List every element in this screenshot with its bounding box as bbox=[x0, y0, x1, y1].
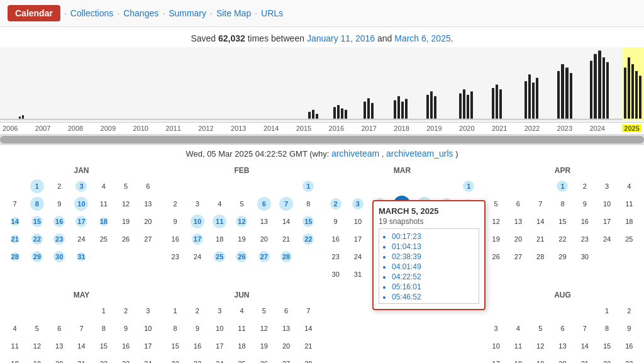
calendar-day[interactable]: 12 bbox=[29, 338, 45, 354]
calendar-day[interactable]: 22 bbox=[167, 355, 184, 363]
calendar-day[interactable]: 28 bbox=[7, 249, 23, 265]
calendar-day[interactable]: 25 bbox=[96, 231, 112, 247]
year-2017[interactable]: 2017 bbox=[361, 125, 376, 132]
calendar-day[interactable]: 24 bbox=[211, 355, 228, 363]
calendar-day[interactable]: 4 bbox=[96, 178, 112, 194]
nav-sitemap[interactable]: Site Map bbox=[216, 8, 251, 18]
calendar-day[interactable]: 10 bbox=[189, 213, 206, 230]
timeline-scrollbar[interactable] bbox=[0, 135, 644, 145]
calendar-day[interactable]: 8 bbox=[167, 320, 184, 337]
calendar-day[interactable]: 31 bbox=[350, 266, 366, 282]
calendar-day[interactable]: 2 bbox=[621, 303, 637, 319]
calendar-day[interactable]: 13 bbox=[51, 338, 67, 354]
calendar-day[interactable]: 9 bbox=[51, 196, 67, 212]
calendar-day[interactable]: 30 bbox=[328, 266, 344, 282]
calendar-day[interactable]: 3 bbox=[488, 320, 504, 337]
year-2025[interactable]: 2025 bbox=[622, 125, 641, 132]
calendar-day[interactable]: 24 bbox=[140, 355, 156, 363]
calendar-day[interactable]: 17 bbox=[599, 213, 615, 230]
calendar-day[interactable]: 3 bbox=[140, 303, 156, 319]
calendar-day[interactable]: 17 bbox=[488, 355, 504, 363]
calendar-day[interactable]: 6 bbox=[554, 320, 570, 337]
calendar-day[interactable]: 24 bbox=[599, 231, 615, 247]
calendar-day[interactable]: 8 bbox=[599, 320, 615, 337]
calendar-day[interactable]: 14 bbox=[532, 213, 548, 230]
calendar-day[interactable]: 1 bbox=[96, 303, 112, 319]
calendar-day[interactable]: 6 bbox=[51, 320, 67, 337]
year-2020[interactable]: 2020 bbox=[459, 125, 474, 132]
calendar-day[interactable]: 13 bbox=[140, 196, 156, 212]
calendar-day[interactable]: 4 bbox=[233, 303, 250, 319]
snapshot-time[interactable]: 05:46:52 bbox=[392, 292, 476, 302]
calendar-day[interactable]: 22 bbox=[96, 355, 112, 363]
calendar-day[interactable]: 9 bbox=[189, 320, 206, 337]
calendar-day[interactable]: 19 bbox=[256, 338, 272, 354]
calendar-day[interactable]: 25 bbox=[621, 231, 637, 247]
calendar-day[interactable]: 4 bbox=[211, 196, 228, 212]
calendar-day[interactable]: 23 bbox=[167, 249, 184, 265]
calendar-day[interactable]: 18 bbox=[510, 355, 526, 363]
calendar-day[interactable]: 14 bbox=[577, 338, 593, 354]
snapshot-time[interactable]: 00:17:23 bbox=[392, 232, 476, 242]
calendar-day[interactable]: 19 bbox=[118, 213, 134, 230]
histogram[interactable] bbox=[0, 47, 644, 123]
calendar-day[interactable]: 11 bbox=[233, 320, 250, 337]
calendar-day[interactable]: 13 bbox=[256, 213, 272, 230]
calendar-day[interactable]: 29 bbox=[554, 249, 570, 265]
saved-date2[interactable]: March 6, 2025 bbox=[394, 33, 451, 43]
calendar-day[interactable]: 25 bbox=[211, 249, 228, 265]
calendar-day[interactable]: 2 bbox=[118, 303, 134, 319]
calendar-day[interactable]: 20 bbox=[256, 231, 272, 247]
year-2007[interactable]: 2007 bbox=[35, 125, 50, 132]
calendar-day[interactable]: 23 bbox=[189, 355, 206, 363]
calendar-day[interactable]: 31 bbox=[73, 249, 89, 265]
calendar-day[interactable]: 5 bbox=[256, 303, 272, 319]
year-2012[interactable]: 2012 bbox=[198, 125, 213, 132]
calendar-day[interactable]: 12 bbox=[118, 196, 134, 212]
calendar-day[interactable]: 5 bbox=[488, 196, 504, 212]
calendar-day[interactable]: 14 bbox=[7, 213, 23, 230]
calendar-day[interactable]: 5 bbox=[532, 320, 548, 337]
year-2008[interactable]: 2008 bbox=[68, 125, 83, 132]
calendar-day[interactable]: 28 bbox=[532, 249, 548, 265]
calendar-day[interactable]: 5 bbox=[29, 320, 45, 337]
calendar-day[interactable]: 15 bbox=[300, 213, 316, 230]
scrollbar-thumb[interactable] bbox=[0, 136, 644, 143]
year-2011[interactable]: 2011 bbox=[165, 125, 180, 132]
calendar-day[interactable]: 15 bbox=[29, 213, 45, 230]
calendar-day[interactable]: 1 bbox=[29, 178, 45, 194]
calendar-day[interactable]: 20 bbox=[278, 338, 294, 354]
calendar-day[interactable]: 14 bbox=[73, 338, 89, 354]
calendar-day[interactable]: 2 bbox=[577, 178, 593, 194]
calendar-day[interactable]: 25 bbox=[233, 355, 250, 363]
nav-summary[interactable]: Summary bbox=[169, 8, 206, 18]
year-2013[interactable]: 2013 bbox=[231, 125, 246, 132]
calendar-day[interactable]: 1 bbox=[167, 303, 184, 319]
calendar-day[interactable]: 20 bbox=[554, 355, 570, 363]
calendar-day[interactable]: 17 bbox=[73, 213, 89, 230]
calendar-day[interactable]: 5 bbox=[233, 196, 250, 212]
calendar-day[interactable]: 10 bbox=[599, 196, 615, 212]
calendar-day[interactable]: 2 bbox=[189, 303, 206, 319]
snapshot-time[interactable]: 04:22:52 bbox=[392, 272, 476, 282]
calendar-day[interactable]: 2 bbox=[328, 196, 344, 212]
calendar-day[interactable]: 8 bbox=[29, 196, 45, 212]
calendar-day[interactable]: 16 bbox=[118, 338, 134, 354]
calendar-day[interactable]: 13 bbox=[554, 338, 570, 354]
calendar-day[interactable]: 19 bbox=[233, 231, 250, 247]
calendar-day[interactable]: 16 bbox=[51, 213, 67, 230]
calendar-day[interactable]: 12 bbox=[256, 320, 272, 337]
calendar-day[interactable]: 9 bbox=[621, 320, 637, 337]
calendar-day[interactable]: 3 bbox=[189, 196, 206, 212]
year-2009[interactable]: 2009 bbox=[101, 125, 116, 132]
calendar-day[interactable]: 15 bbox=[167, 338, 184, 354]
calendar-day[interactable]: 3 bbox=[73, 178, 89, 194]
calendar-day[interactable]: 12 bbox=[488, 213, 504, 230]
calendar-day[interactable]: 1 bbox=[460, 178, 477, 194]
calendar-day[interactable]: 4 bbox=[510, 320, 526, 337]
calendar-day[interactable]: 17 bbox=[140, 338, 156, 354]
snapshot-time[interactable]: 05:16:01 bbox=[392, 282, 476, 292]
calendar-day[interactable]: 3 bbox=[599, 178, 615, 194]
calendar-day[interactable]: 20 bbox=[51, 355, 67, 363]
snapshot-scroll[interactable]: 00:17:2301:04:1302:38:3904:01:4904:22:52… bbox=[379, 228, 479, 304]
